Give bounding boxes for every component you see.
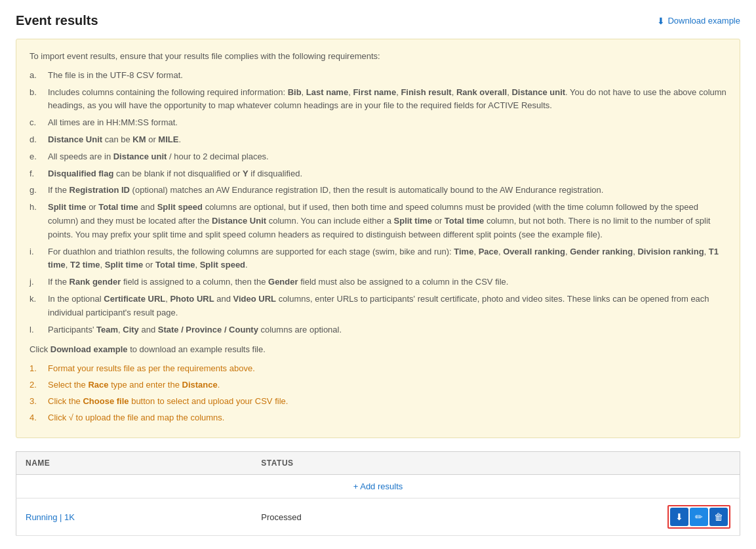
list-item: a. The file is in the UTF-8 CSV format. bbox=[30, 69, 726, 83]
steps-list: 1. Format your results file as per the r… bbox=[30, 362, 726, 424]
delete-result-button[interactable]: 🗑 bbox=[709, 508, 728, 526]
edit-result-button[interactable]: ✏ bbox=[690, 508, 708, 526]
table-row: Running | 1K Processed ⬇ ✏ 🗑 bbox=[16, 498, 740, 536]
add-results-row[interactable]: + Add results bbox=[16, 475, 740, 498]
requirements-list: a. The file is in the UTF-8 CSV format. … bbox=[30, 69, 726, 337]
page-header: Event results ⬇ Download example bbox=[16, 13, 740, 28]
step-item: 1. Format your results file as per the r… bbox=[30, 362, 726, 376]
actions-cell: ⬇ ✏ 🗑 bbox=[465, 505, 730, 529]
click-download-text: Click Download example to download an ex… bbox=[30, 343, 726, 357]
intro-text: To import event results, ensure that you… bbox=[30, 50, 726, 64]
results-table: NAME STATUS + Add results Running | 1K P… bbox=[16, 451, 740, 536]
list-item: k. In the optional Certificate URL, Phot… bbox=[30, 293, 726, 320]
download-example-link[interactable]: ⬇ Download example bbox=[657, 16, 740, 26]
list-item: i. For duathlon and triathlon results, t… bbox=[30, 245, 726, 273]
list-item: d. Distance Unit can be KM or MILE. bbox=[30, 133, 726, 147]
list-item: b. Includes columns containing the follo… bbox=[30, 86, 726, 113]
list-item: j. If the Rank gender field is assigned … bbox=[30, 275, 726, 289]
result-name[interactable]: Running | 1K bbox=[26, 512, 75, 522]
list-item: h. Split time or Total time and Split sp… bbox=[30, 201, 726, 241]
step-item: 4. Click √ to upload the file and map th… bbox=[30, 411, 726, 425]
edit-btn-icon: ✏ bbox=[695, 512, 703, 522]
step-item: 2. Select the Race type and enter the Di… bbox=[30, 378, 726, 392]
add-results-link[interactable]: + Add results bbox=[353, 481, 403, 491]
list-item: f. Disqualified flag can be blank if not… bbox=[30, 167, 726, 181]
status-badge: Processed bbox=[261, 512, 301, 522]
download-example-label: Download example bbox=[667, 16, 740, 26]
list-item: l. Participants' Team, City and State / … bbox=[30, 323, 726, 337]
col-actions bbox=[456, 452, 740, 475]
table-header-row: NAME STATUS bbox=[16, 452, 740, 475]
download-icon: ⬇ bbox=[657, 16, 665, 26]
list-item: e. All speeds are in Distance unit / hou… bbox=[30, 150, 726, 164]
list-item: g. If the Registration ID (optional) mat… bbox=[30, 184, 726, 197]
info-box: To import event results, ensure that you… bbox=[16, 39, 740, 438]
download-result-button[interactable]: ⬇ bbox=[670, 508, 688, 526]
download-btn-icon: ⬇ bbox=[675, 512, 683, 522]
col-name: NAME bbox=[16, 452, 252, 475]
step-item: 3. Click the Choose file button to selec… bbox=[30, 395, 726, 409]
trash-icon: 🗑 bbox=[714, 512, 723, 522]
highlighted-actions-group: ⬇ ✏ 🗑 bbox=[667, 505, 730, 529]
list-item: c. All times are in HH:MM:SS format. bbox=[30, 116, 726, 130]
page-title: Event results bbox=[16, 13, 98, 28]
col-status: STATUS bbox=[252, 452, 456, 475]
